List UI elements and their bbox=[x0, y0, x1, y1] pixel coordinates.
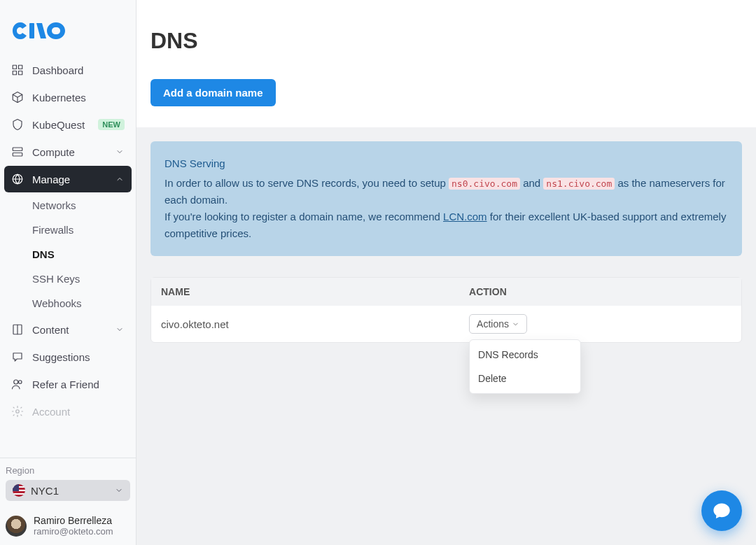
sidebar-item-label: Suggestions bbox=[32, 351, 125, 363]
sidebar-subitem-networks[interactable]: Networks bbox=[24, 193, 132, 218]
nav: Dashboard Kubernetes KubeQuest NEW Compu… bbox=[0, 56, 136, 458]
sidebar-item-compute[interactable]: Compute bbox=[4, 139, 132, 165]
book-icon bbox=[11, 323, 24, 336]
chat-fab[interactable] bbox=[701, 490, 742, 531]
page-title: DNS bbox=[150, 28, 742, 54]
svg-point-11 bbox=[19, 381, 22, 384]
dropdown-item-dns-records[interactable]: DNS Records bbox=[470, 343, 580, 367]
chat-bubble-icon bbox=[712, 501, 732, 521]
sidebar-item-manage[interactable]: Manage bbox=[4, 166, 132, 192]
ns1-code: ns1.civo.com bbox=[543, 178, 615, 190]
svg-rect-4 bbox=[19, 71, 22, 75]
sidebar-item-refer[interactable]: Refer a Friend bbox=[4, 371, 132, 397]
svg-point-10 bbox=[14, 380, 18, 384]
user-email: ramiro@okteto.com bbox=[34, 526, 113, 537]
add-domain-button[interactable]: Add a domain name bbox=[150, 79, 276, 106]
dashboard-icon bbox=[11, 64, 24, 76]
sidebar-item-kubernetes[interactable]: Kubernetes bbox=[4, 84, 132, 111]
users-icon bbox=[11, 378, 24, 390]
flag-us-icon bbox=[13, 484, 25, 497]
sidebar-item-account[interactable]: Account bbox=[4, 398, 132, 425]
svg-rect-6 bbox=[13, 153, 22, 157]
sidebar-item-label: KubeQuest bbox=[32, 119, 95, 131]
svg-rect-2 bbox=[19, 65, 22, 69]
chevron-up-icon bbox=[115, 174, 125, 184]
svg-rect-1 bbox=[13, 65, 16, 69]
manage-subnav: Networks Firewalls DNS SSH Keys Webhooks bbox=[4, 193, 132, 316]
lcn-link[interactable]: LCN.com bbox=[443, 211, 487, 222]
table-row: civo.okteto.net Actions DNS Records Dele… bbox=[151, 306, 741, 342]
col-action-header: ACTION bbox=[469, 286, 732, 297]
actions-dropdown: DNS Records Delete bbox=[469, 339, 581, 394]
server-icon bbox=[11, 146, 24, 158]
chevron-down-icon bbox=[115, 325, 125, 334]
avatar bbox=[6, 516, 27, 537]
user-block[interactable]: Ramiro Berrelleza ramiro@okteto.com bbox=[0, 507, 136, 545]
sidebar-item-dashboard[interactable]: Dashboard bbox=[4, 57, 132, 83]
sidebar-item-kubequest[interactable]: KubeQuest NEW bbox=[4, 111, 132, 138]
region-label: Region bbox=[6, 465, 127, 476]
sidebar-subitem-dns[interactable]: DNS bbox=[24, 242, 132, 267]
actions-button[interactable]: Actions bbox=[469, 314, 527, 334]
header-block: DNS Add a domain name bbox=[136, 0, 756, 127]
chevron-down-icon bbox=[115, 147, 125, 157]
svg-rect-0 bbox=[29, 23, 34, 38]
sidebar-item-label: Manage bbox=[32, 174, 115, 185]
sidebar-subitem-webhooks[interactable]: Webhooks bbox=[24, 291, 132, 316]
svg-rect-5 bbox=[13, 148, 22, 151]
sidebar-bottom: Region NYC1 Ramiro Berrelleza ramiro@okt… bbox=[0, 458, 136, 545]
new-badge: NEW bbox=[98, 119, 125, 130]
sidebar-subitem-firewalls[interactable]: Firewalls bbox=[24, 218, 132, 242]
info-banner: DNS Serving In order to allow us to serv… bbox=[150, 141, 742, 256]
sidebar-item-suggestions[interactable]: Suggestions bbox=[4, 344, 132, 370]
svg-rect-3 bbox=[13, 71, 16, 75]
domain-name-cell: civo.okteto.net bbox=[161, 318, 469, 330]
chevron-down-icon bbox=[512, 320, 519, 328]
gear-icon bbox=[11, 405, 24, 418]
sidebar-item-label: Kubernetes bbox=[32, 92, 125, 104]
cube-icon bbox=[11, 91, 24, 104]
region-select[interactable]: NYC1 bbox=[6, 480, 130, 501]
dropdown-item-delete[interactable]: Delete bbox=[470, 367, 580, 390]
main: DNS Add a domain name DNS Serving In ord… bbox=[136, 0, 756, 545]
shield-icon bbox=[11, 118, 24, 131]
globe-icon bbox=[11, 173, 24, 185]
domain-table: NAME ACTION civo.okteto.net Actions DNS … bbox=[150, 277, 742, 343]
table-header: NAME ACTION bbox=[151, 278, 741, 306]
chat-icon bbox=[11, 351, 24, 363]
col-name-header: NAME bbox=[161, 286, 469, 297]
user-name: Ramiro Berrelleza bbox=[34, 515, 113, 526]
content-block: DNS Serving In order to allow us to serv… bbox=[136, 127, 756, 357]
info-line-2: If you're looking to register a domain n… bbox=[164, 208, 728, 242]
sidebar-subitem-ssh-keys[interactable]: SSH Keys bbox=[24, 267, 132, 291]
ns0-code: ns0.civo.com bbox=[449, 178, 520, 190]
info-title: DNS Serving bbox=[164, 155, 728, 172]
sidebar: Dashboard Kubernetes KubeQuest NEW Compu… bbox=[0, 0, 136, 545]
sidebar-item-label: Refer a Friend bbox=[32, 378, 125, 390]
region-value: NYC1 bbox=[31, 485, 115, 497]
sidebar-item-label: Content bbox=[32, 324, 115, 336]
chevron-down-icon bbox=[115, 485, 123, 497]
info-line-1: In order to allow us to serve DNS record… bbox=[164, 175, 728, 208]
sidebar-item-label: Dashboard bbox=[32, 64, 125, 76]
sidebar-item-label: Compute bbox=[32, 146, 115, 158]
sidebar-item-content[interactable]: Content bbox=[4, 316, 132, 343]
logo[interactable] bbox=[0, 0, 136, 56]
svg-point-12 bbox=[16, 410, 20, 413]
sidebar-item-label: Account bbox=[32, 406, 125, 418]
